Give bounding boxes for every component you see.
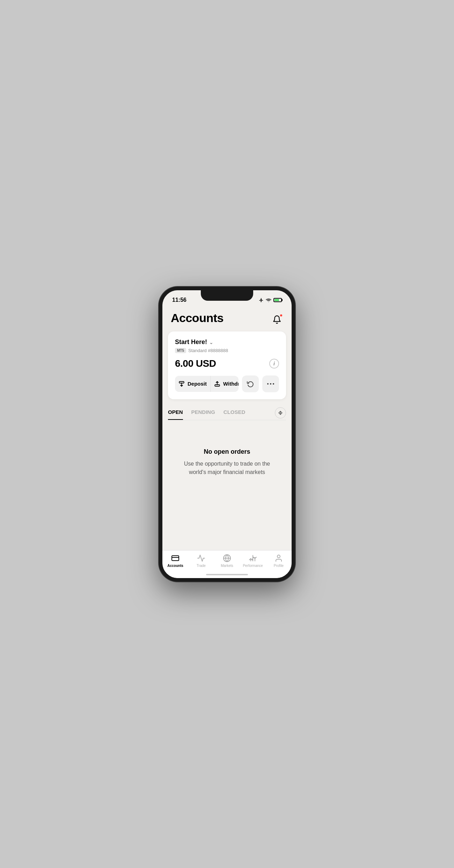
account-card: Start Here! ⌄ MT5 Standard #8888888 6.00… [168, 331, 286, 399]
history-icon [247, 380, 254, 387]
trade-nav-icon [197, 554, 205, 562]
profile-nav-label: Profile [274, 564, 284, 568]
deposit-icon [178, 381, 185, 387]
account-meta: MT5 Standard #8888888 [175, 348, 279, 353]
nav-accounts[interactable]: Accounts [165, 554, 186, 568]
svg-rect-8 [172, 556, 179, 561]
empty-description: Use the opportunity to trade on the worl… [176, 460, 278, 476]
page-title: Accounts [171, 311, 224, 325]
nav-profile[interactable]: Profile [268, 554, 289, 568]
account-selector[interactable]: Start Here! ⌄ [175, 338, 279, 346]
tab-pending[interactable]: PENDING [191, 406, 215, 420]
header: Accounts [162, 308, 292, 331]
history-button[interactable] [242, 375, 259, 392]
deposit-withdraw-group: Deposit Withdraw [175, 376, 239, 392]
more-icon [267, 383, 274, 385]
phone-frame: 11:56 Accounts [159, 287, 295, 582]
notification-button[interactable] [271, 313, 283, 326]
svg-point-4 [267, 383, 269, 385]
balance-row: 6.00 USD i [175, 358, 279, 369]
tabs-header: OPEN PENDING CLOSED [168, 406, 286, 420]
trade-nav-label: Trade [197, 564, 206, 568]
account-name: Start Here! [175, 338, 207, 346]
markets-nav-icon [223, 554, 231, 562]
main-content[interactable]: Accounts Start Here! ⌄ MT [162, 308, 292, 578]
accounts-nav-icon [171, 554, 180, 562]
status-time: 11:56 [172, 297, 186, 303]
profile-nav-icon [274, 554, 283, 562]
svg-rect-1 [179, 381, 184, 383]
mt5-badge: MT5 [175, 348, 186, 353]
tab-open[interactable]: OPEN [168, 406, 183, 420]
chevron-down-icon: ⌄ [209, 340, 213, 345]
sort-button[interactable] [275, 407, 286, 418]
empty-title: No open orders [204, 448, 250, 455]
battery-icon [273, 298, 282, 302]
notification-dot [280, 314, 283, 317]
nav-trade[interactable]: Trade [191, 554, 212, 568]
info-button[interactable]: i [269, 359, 279, 369]
performance-nav-label: Performance [243, 564, 263, 568]
wifi-icon [266, 298, 271, 302]
airplane-icon [259, 298, 264, 302]
withdraw-icon [214, 381, 220, 387]
tabs-list: OPEN PENDING CLOSED [168, 406, 245, 420]
screen: 11:56 Accounts [162, 290, 292, 578]
markets-nav-label: Markets [221, 564, 233, 568]
battery-fill [274, 299, 279, 301]
withdraw-label: Withdraw [223, 381, 239, 387]
svg-point-6 [273, 383, 274, 385]
svg-point-5 [270, 383, 271, 385]
balance-amount: 6.00 USD [175, 358, 216, 369]
home-indicator [206, 574, 248, 575]
svg-rect-3 [215, 385, 220, 386]
performance-nav-icon [249, 554, 257, 562]
notch [201, 290, 253, 301]
sort-icon [278, 410, 283, 416]
svg-point-15 [277, 555, 280, 558]
empty-state: No open orders Use the opportunity to tr… [162, 420, 292, 490]
nav-performance[interactable]: Performance [242, 554, 263, 568]
accounts-nav-label: Accounts [167, 564, 183, 568]
withdraw-button[interactable]: Withdraw [211, 376, 239, 392]
tabs-container: OPEN PENDING CLOSED [162, 406, 292, 420]
info-icon-label: i [273, 361, 275, 366]
nav-markets[interactable]: Markets [217, 554, 237, 568]
deposit-button[interactable]: Deposit [175, 376, 211, 392]
status-icons [259, 298, 282, 302]
tab-closed[interactable]: CLOSED [224, 406, 246, 420]
deposit-label: Deposit [188, 381, 207, 387]
account-number: Standard #8888888 [188, 348, 228, 353]
action-buttons: Deposit Withdraw [175, 375, 279, 392]
more-options-button[interactable] [262, 375, 279, 392]
